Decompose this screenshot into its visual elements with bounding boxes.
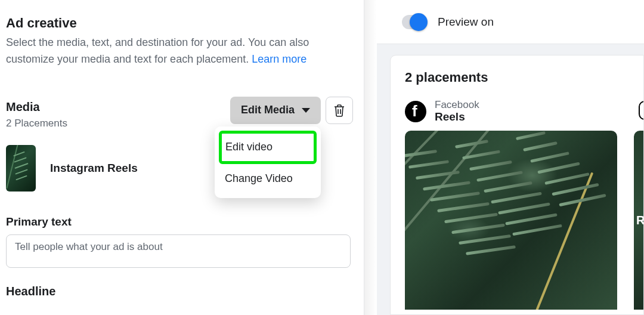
preview-bar: Preview on xyxy=(377,0,644,44)
placement-head: Facebook Reels xyxy=(405,98,617,125)
facebook-icon xyxy=(405,101,426,122)
placement-head xyxy=(634,98,644,125)
panel-divider xyxy=(364,0,377,315)
section-description: Select the media, text, and destination … xyxy=(6,35,357,68)
primary-text-input[interactable]: Tell people what your ad is about xyxy=(6,234,351,268)
preview-toggle[interactable] xyxy=(402,15,426,29)
primary-text-label: Primary text xyxy=(6,215,357,228)
placement-preview-media: R xyxy=(634,131,644,310)
ad-creative-panel: Ad creative Select the media, text, and … xyxy=(0,0,363,315)
primary-text-section: Primary text Tell people what your ad is… xyxy=(6,215,357,268)
delete-media-button[interactable] xyxy=(326,97,353,124)
edit-media-dropdown: Edit video Change Video xyxy=(215,126,321,198)
placements-card: 2 placements Facebook Reels xyxy=(390,55,644,315)
trash-icon xyxy=(333,104,345,117)
preview-toggle-label: Preview on xyxy=(438,16,494,29)
placement-preview-media xyxy=(405,131,617,310)
placement-instagram[interactable]: R xyxy=(634,98,644,310)
edit-media-button[interactable]: Edit Media xyxy=(230,97,321,124)
placement-facebook[interactable]: Facebook Reels xyxy=(405,98,617,310)
media-item-label: Instagram Reels xyxy=(50,162,138,175)
caret-down-icon xyxy=(302,108,310,113)
headline-label: Headline xyxy=(6,285,357,298)
placement-type: Reels xyxy=(435,110,479,123)
learn-more-link[interactable]: Learn more xyxy=(252,53,306,65)
media-section: Media 2 Placements Edit Media Edit video… xyxy=(6,100,357,192)
placement-row: Facebook Reels xyxy=(405,98,643,310)
media-thumbnail xyxy=(6,145,36,192)
placements-title: 2 placements xyxy=(405,70,643,85)
placement-platform: Facebook xyxy=(435,100,479,111)
dropdown-change-video[interactable]: Change Video xyxy=(219,164,317,194)
toggle-knob xyxy=(410,13,428,31)
dropdown-edit-video[interactable]: Edit video xyxy=(219,131,317,164)
instagram-icon xyxy=(639,101,644,120)
media-controls: Edit Media Edit video Change Video xyxy=(230,97,353,124)
preview-panel: Preview on 2 placements Facebook Reels xyxy=(377,0,644,315)
section-title: Ad creative xyxy=(6,16,357,31)
